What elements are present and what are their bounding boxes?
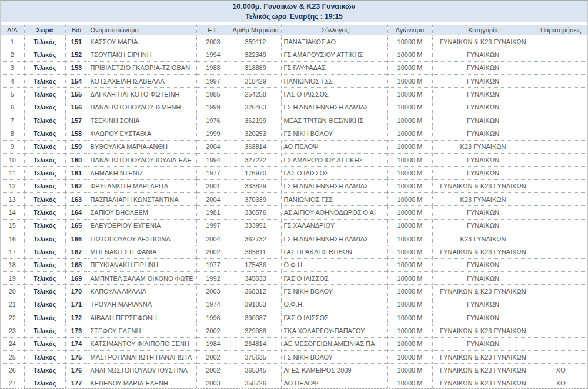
cell-event: 10000 Μ	[387, 61, 432, 74]
cell-event: 10000 Μ	[387, 74, 432, 87]
cell-birthyear: 1977	[196, 167, 230, 179]
cell-round: Τελικός	[24, 192, 65, 205]
cell-name: ΤΣΕΚΙΝΗ ΣΟΝΙΑ	[88, 114, 196, 127]
cell-category: ΓΥΝΑΙΚΩΝ & Κ23 ΓΥΝΑΙΚΩΝ	[432, 377, 534, 389]
cell-round: Τελικός	[24, 140, 65, 153]
cell-name: ΠΡΙΒΙΛΕΤΖΙΟ ΓΚΛΟΡΙΑ-ΤΖΙΟΒΑΝ	[88, 61, 196, 74]
cell-remarks	[534, 285, 587, 298]
table-row: 7Τελικός157ΤΣΕΚΙΝΗ ΣΟΝΙΑ1976362199ΜΕΑΣ Τ…	[1, 114, 587, 127]
cell-aa: 12	[1, 179, 24, 192]
cell-name: ΑΜΠΝΤΕΛ ΣΑΛΑΜ ΟΙΚΟΝΟ ΦΩΤΕ	[88, 271, 196, 284]
cell-name: ΚΟΤΣΑΧΕΙΛΗ ΙΣΑΒΕΛΛΑ	[88, 74, 196, 87]
cell-bib: 155	[65, 88, 88, 101]
cell-name: ΣΑΠΙΟΥ ΒΗΘΛΕΕΜ	[88, 206, 196, 219]
cell-round: Τελικός	[24, 219, 65, 232]
cell-club: ΑΣ ΑΙΓΙΟΥ ΑΘΗΝΟΔΩΡΟΣ Ο ΑΙ	[281, 206, 387, 219]
cell-birthyear: 1999	[196, 101, 230, 114]
cell-event: 10000 Μ	[387, 364, 432, 377]
cell-regnum: 370339	[230, 192, 281, 205]
cell-category: ΓΥΝΑΙΚΩΝ	[432, 101, 534, 114]
cell-round: Τελικός	[24, 101, 65, 114]
cell-bib: 152	[65, 48, 88, 61]
cell-event: 10000 Μ	[387, 258, 432, 271]
cell-bib: 157	[65, 114, 88, 127]
table-row: 5Τελικός155ΔΑΓΚΛΗ-ΠΑΓΚΟΤΟ ΦΩΤΕΙΝΗ1985254…	[1, 88, 587, 101]
cell-remarks	[534, 258, 587, 271]
col-header-regnum: Αριθμ.Μητρώου	[230, 25, 281, 35]
table-row: 10Τελικός160ΠΑΝΑΓΙΩΤΟΠΟΥΛΟΥ ΙΟΥΛΙΑ-ΕΛΕ19…	[1, 153, 587, 166]
cell-bib: 168	[65, 258, 88, 271]
cell-bib: 160	[65, 153, 88, 166]
cell-birthyear: 2004	[196, 192, 230, 205]
cell-name: ΤΣΟΥΠΑΚΗ ΕΙΡΗΝΗ	[88, 48, 196, 61]
cell-remarks	[534, 153, 587, 166]
table-header-row: Α/Α Σειρά Bib Ονοματεπώνυμο Ε.Γ. Αριθμ.Μ…	[1, 25, 587, 35]
cell-bib: 156	[65, 101, 88, 114]
cell-category: ΓΥΝΑΙΚΩΝ & Κ23 ΓΥΝΑΙΚΩΝ	[432, 179, 534, 192]
cell-aa: 24	[1, 337, 24, 350]
cell-bib: 176	[65, 364, 88, 377]
table-row: 18Τελικός168ΠΕΥΚΙΑΝΑΚΗ ΕΙΡΗΝΗ1977175436Ο…	[1, 258, 587, 271]
cell-round: Τελικός	[24, 167, 65, 179]
cell-remarks: ΧΟ	[534, 364, 587, 377]
cell-bib: 167	[65, 245, 88, 258]
cell-aa: 25	[1, 350, 24, 363]
cell-regnum: 390087	[230, 311, 281, 324]
cell-event: 10000 Μ	[387, 285, 432, 298]
cell-category: ΓΥΝΑΙΚΩΝ	[432, 153, 534, 166]
cell-remarks	[534, 114, 587, 127]
cell-name: ΜΠΕΝΑΚΗ ΣΤΕΦΑΝΙΑ	[88, 245, 196, 258]
cell-remarks	[534, 167, 587, 179]
cell-regnum: 327222	[230, 153, 281, 166]
cell-aa: 9	[1, 140, 24, 153]
cell-round: Τελικός	[24, 298, 65, 311]
cell-event: 10000 Μ	[387, 153, 432, 166]
cell-category: ΓΥΝΑΙΚΩΝ	[432, 74, 534, 87]
cell-name: ΚΑΠΟΥΛΑ ΑΜΑΛΙΑ	[88, 285, 196, 298]
table-row: 11Τελικός161ΔΗΜΑΚΗ ΝΤΕΝΙΖ1977176970ΓΑΣ Ο…	[1, 167, 587, 179]
table-row: 14Τελικός164ΣΑΠΙΟΥ ΒΗΘΛΕΕΜ1981330576ΑΣ Α…	[1, 206, 587, 219]
table-row: 8Τελικός158ΦΛΩΡΟΥ ΕΥΣΤΑΘΙΑ1999320253ΓΣ Ν…	[1, 127, 587, 140]
cell-round: Τελικός	[24, 377, 65, 389]
cell-remarks	[534, 35, 587, 48]
cell-category: ΓΥΝΑΙΚΩΝ	[432, 114, 534, 127]
cell-name: ΕΛΕΥΘΕΡΙΟΥ ΕΥΓΕΝΙΑ	[88, 219, 196, 232]
cell-remarks	[534, 206, 587, 219]
cell-regnum: 368814	[230, 140, 281, 153]
col-header-remarks: Παρατηρήσεις	[534, 25, 587, 35]
cell-birthyear: 2003	[196, 35, 230, 48]
cell-aa: 13	[1, 192, 24, 205]
cell-round: Τελικός	[24, 88, 65, 101]
cell-aa: 27	[1, 377, 24, 389]
cell-round: Τελικός	[24, 35, 65, 48]
cell-club: ΓΣ ΝΙΚΗ ΒΟΛΟΥ	[281, 127, 387, 140]
col-header-event: Αγώνισμα	[387, 25, 432, 35]
table-row: 1Τελικός151ΚΑΣΣΟΥ ΜΑΡΙΑ2003359112ΠΑΝΑΞΙΑ…	[1, 35, 587, 48]
cell-regnum: 176970	[230, 167, 281, 179]
cell-category: ΓΥΝΑΙΚΩΝ & Κ23 ΓΥΝΑΙΚΩΝ	[432, 324, 534, 337]
cell-aa: 5	[1, 88, 24, 101]
cell-birthyear: 1997	[196, 74, 230, 87]
cell-club: ΑΟ ΠΕΛΟΨ	[281, 377, 387, 389]
cell-name: ΓΙΩΤΟΠΟΥΛΟΥ ΔΕΣΠΟΙΝΑ	[88, 232, 196, 245]
cell-event: 10000 Μ	[387, 167, 432, 179]
cell-category: ΓΥΝΑΙΚΩΝ	[432, 127, 534, 140]
cell-round: Τελικός	[24, 48, 65, 61]
cell-remarks	[534, 101, 587, 114]
cell-remarks	[534, 232, 587, 245]
title-band: 10.000μ. Γυναικών & Κ23 Γυναικών Τελικός…	[1, 1, 587, 22]
cell-event: 10000 Μ	[387, 127, 432, 140]
table-row: 4Τελικός154ΚΟΤΣΑΧΕΙΛΗ ΙΣΑΒΕΛΛΑ1997318429…	[1, 74, 587, 87]
cell-regnum: 375635	[230, 350, 281, 363]
cell-birthyear: 2004	[196, 140, 230, 153]
cell-aa: 2	[1, 48, 24, 61]
cell-event: 10000 Μ	[387, 114, 432, 127]
cell-category: ΓΥΝΑΙΚΩΝ & Κ23 ΓΥΝΑΙΚΩΝ	[432, 245, 534, 258]
cell-round: Τελικός	[24, 364, 65, 377]
cell-round: Τελικός	[24, 114, 65, 127]
table-row: 9Τελικός159ΒΥΘΟΥΛΚΑ ΜΑΡΙΑ-ΑΝΘΗ2004368814…	[1, 140, 587, 153]
cell-bib: 159	[65, 140, 88, 153]
cell-regnum: 368312	[230, 285, 281, 298]
cell-regnum: 365345	[230, 364, 281, 377]
cell-birthyear: 1974	[196, 298, 230, 311]
